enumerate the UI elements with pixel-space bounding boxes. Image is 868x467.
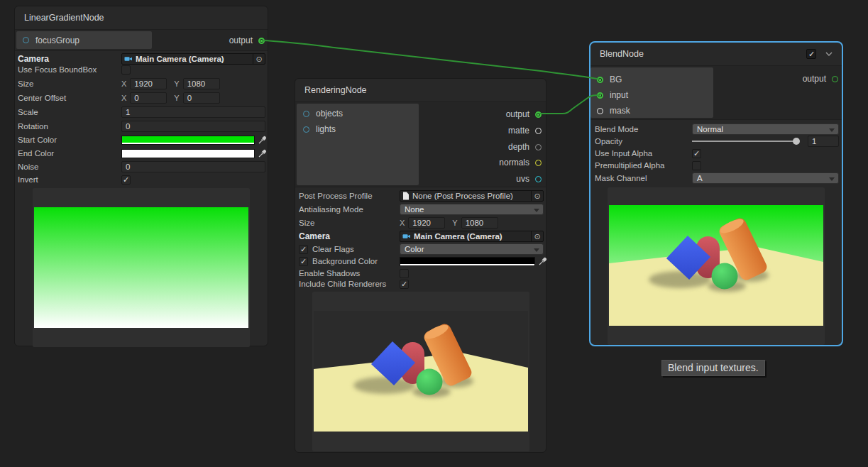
start-color-swatch[interactable] (121, 136, 255, 145)
render-preview-image (314, 311, 528, 432)
blend-preview-image (609, 205, 823, 326)
object-picker-icon[interactable]: ⊙ (531, 191, 543, 201)
use-input-alpha-checkbox[interactable] (692, 149, 701, 158)
slider-handle[interactable] (793, 138, 800, 145)
premultiplied-alpha-checkbox[interactable] (692, 161, 701, 170)
blend-mode-dropdown[interactable]: Normal (692, 123, 839, 135)
size-y-field[interactable]: 1080 (183, 78, 220, 89)
dropdown-arrow-icon (534, 248, 539, 252)
end-color-swatch[interactable] (121, 149, 255, 158)
center-offset-row: Center Offset X 0 Y 0 (18, 92, 265, 104)
object-picker-icon[interactable]: ⊙ (253, 54, 265, 64)
include-child-renderers-row: Include Child Renderers (299, 278, 544, 290)
opacity-value-field[interactable]: 1 (808, 136, 839, 147)
clear-flags-checkbox[interactable] (299, 245, 308, 254)
include-child-renderers-checkbox[interactable] (400, 280, 409, 289)
enable-shadows-checkbox[interactable] (400, 269, 409, 278)
chevron-down-icon[interactable] (825, 52, 833, 56)
port-depth[interactable]: depth (508, 139, 542, 155)
port-lights[interactable]: lights (297, 121, 419, 137)
port-circle-icon[interactable] (303, 111, 309, 117)
rotation-row: Rotation 0 (18, 121, 265, 132)
camera-object-field[interactable]: Main Camera (Camera) ⊙ (121, 53, 265, 65)
eyedropper-icon[interactable] (258, 136, 267, 144)
blend-ports: BG input mask output (590, 66, 842, 120)
port-circle-icon[interactable] (535, 176, 542, 182)
port-label: input (610, 90, 628, 100)
mask-channel-dropdown[interactable]: A (692, 172, 839, 184)
enable-shadows-row: Enable Shadows (299, 268, 544, 279)
port-circle-icon[interactable] (597, 108, 603, 114)
port-label: uvs (516, 174, 529, 184)
start-color-row: Start Color (18, 134, 265, 145)
scale-row: Scale 1 (18, 106, 265, 118)
camera-label: Camera (18, 54, 121, 64)
eyedropper-icon[interactable] (258, 149, 267, 158)
noise-field[interactable]: 0 (121, 161, 265, 172)
port-objects[interactable]: objects (297, 106, 419, 121)
scale-field[interactable]: 1 (121, 106, 265, 118)
port-circle-icon[interactable] (535, 144, 542, 150)
rotation-field[interactable]: 0 (121, 121, 265, 132)
clear-flags-row: Clear Flags Color (299, 243, 544, 255)
port-label: depth (508, 142, 529, 152)
port-focus-group[interactable]: focusGroup (16, 31, 152, 49)
mask-channel-row: Mask Channel A (595, 172, 839, 184)
antialiasing-mode-dropdown[interactable]: None (400, 204, 544, 215)
port-circle-icon[interactable] (832, 76, 838, 82)
size-row: Size X 1920 Y 1080 (18, 78, 265, 89)
center-offset-x-field[interactable]: 0 (130, 92, 167, 104)
port-circle-icon[interactable] (303, 126, 309, 133)
port-output[interactable]: output (803, 71, 838, 87)
node-enabled-checkbox[interactable] (806, 49, 816, 59)
node-blend[interactable]: BlendNode BG input mask (589, 41, 843, 346)
node-graph-canvas[interactable]: LinearGradientNode focusGroup output Cam… (0, 0, 868, 467)
camera-object-field[interactable]: Main Camera (Camera) ⊙ (400, 231, 544, 242)
node-title: RenderingNode (304, 85, 367, 95)
center-offset-y-field[interactable]: 0 (183, 92, 220, 104)
node-linear-gradient[interactable]: LinearGradientNode focusGroup output Cam… (14, 6, 268, 346)
port-label: output (803, 74, 826, 84)
background-color-swatch[interactable] (400, 257, 535, 266)
invert-checkbox[interactable] (121, 175, 131, 185)
clear-flags-dropdown[interactable]: Color (400, 243, 544, 255)
port-circle-icon[interactable] (535, 128, 542, 134)
node-blend-header[interactable]: BlendNode (590, 43, 842, 66)
node-rendering-header[interactable]: RenderingNode (295, 79, 546, 102)
port-circle-icon[interactable] (597, 77, 603, 83)
port-bg[interactable]: BG (590, 72, 713, 87)
port-circle-icon[interactable] (535, 111, 542, 118)
node-linear-gradient-header[interactable]: LinearGradientNode (15, 6, 268, 30)
gradient-preview-panel (33, 188, 250, 347)
port-circle-icon[interactable] (258, 38, 265, 44)
use-focus-boundbox-checkbox[interactable] (121, 65, 131, 75)
camera-icon (402, 233, 411, 240)
premultiplied-alpha-row: Premultiplied Alpha (595, 160, 839, 171)
opacity-row: Opacity 1 (595, 136, 839, 147)
port-input[interactable]: input (590, 87, 713, 103)
post-process-profile-field[interactable]: None (Post Process Profile) ⊙ (400, 190, 544, 202)
size-x-field[interactable]: 1920 (408, 217, 445, 229)
object-picker-icon[interactable]: ⊙ (531, 231, 543, 241)
eyedropper-icon[interactable] (539, 257, 547, 265)
port-normals[interactable]: normals (499, 155, 542, 170)
node-rendering[interactable]: RenderingNode objects lights output matt… (295, 78, 546, 453)
port-circle-icon[interactable] (23, 37, 29, 43)
rendering-ports: objects lights output matte depth nor (295, 102, 546, 187)
slider-track[interactable] (692, 141, 798, 142)
port-circle-icon[interactable] (597, 92, 603, 99)
input-port-panel: objects lights (297, 104, 419, 185)
port-mask[interactable]: mask (590, 103, 713, 119)
background-color-checkbox[interactable] (299, 257, 308, 266)
port-matte[interactable]: matte (508, 123, 542, 138)
input-port-panel: focusGroup (16, 31, 152, 49)
size-x-field[interactable]: 1920 (130, 78, 167, 89)
gradient-preview-image (34, 207, 248, 328)
port-output[interactable]: output (506, 106, 542, 122)
port-uvs[interactable]: uvs (516, 171, 542, 187)
port-output[interactable]: output (229, 33, 265, 48)
input-port-panel: BG input mask (590, 67, 713, 118)
size-y-field[interactable]: 1080 (461, 217, 498, 229)
port-circle-icon[interactable] (535, 160, 542, 166)
opacity-slider[interactable] (692, 136, 803, 147)
